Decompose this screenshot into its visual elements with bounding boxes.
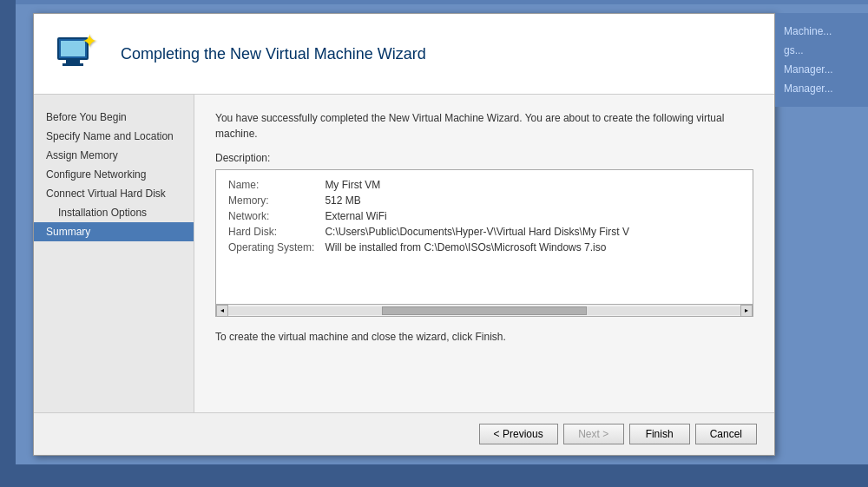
network-label: Network:: [223, 208, 319, 224]
wizard-header: ✦ Completing the New Virtual Machine Wiz…: [34, 14, 774, 95]
star-icon: ✦: [82, 30, 97, 53]
table-row-os: Operating System: Will be installed from…: [223, 240, 746, 255]
vm-details-table: Name: My First VM Memory: 512 MB Network…: [223, 177, 746, 255]
previous-button[interactable]: < Previous: [479, 424, 558, 444]
cancel-button[interactable]: Cancel: [695, 424, 757, 444]
hard-disk-label: Hard Disk:: [223, 224, 319, 240]
nav-item-connect-hard-disk[interactable]: Connect Virtual Hard Disk: [34, 184, 194, 203]
right-panel-item-manager2[interactable]: Manager...: [782, 79, 868, 98]
bottom-bar: [16, 464, 868, 487]
memory-label: Memory:: [223, 193, 319, 208]
os-label: Operating System:: [223, 240, 319, 255]
table-row-memory: Memory: 512 MB: [223, 193, 746, 208]
hard-disk-value: C:\Users\Public\Documents\Hyper-V\Virtua…: [319, 224, 746, 240]
table-row-hard-disk: Hard Disk: C:\Users\Public\Documents\Hyp…: [223, 224, 746, 240]
taskbar-left: [0, 0, 16, 487]
right-panel-item-gs[interactable]: gs...: [782, 41, 868, 60]
wizard-footer: < Previous Next > Finish Cancel: [34, 412, 774, 455]
scroll-track[interactable]: [228, 306, 740, 315]
scroll-left-arrow[interactable]: ◂: [216, 305, 228, 317]
scroll-thumb[interactable]: [382, 306, 587, 315]
nav-item-assign-memory[interactable]: Assign Memory: [34, 146, 194, 165]
name-value: My First VM: [319, 177, 746, 193]
intro-text: You have successfully completed the New …: [215, 110, 753, 141]
nav-item-summary[interactable]: Summary: [34, 222, 194, 241]
next-button: Next >: [563, 424, 624, 444]
wizard-icon: ✦: [51, 28, 103, 80]
nav-item-installation-options[interactable]: Installation Options: [34, 203, 194, 222]
nav-item-before-you-begin[interactable]: Before You Begin: [34, 108, 194, 127]
nav-item-configure-networking[interactable]: Configure Networking: [34, 165, 194, 184]
finish-button[interactable]: Finish: [629, 424, 690, 444]
wizard-nav: Before You Begin Specify Name and Locati…: [34, 95, 194, 412]
scroll-right-arrow[interactable]: ▸: [740, 305, 753, 317]
right-panel-item-manager1[interactable]: Manager...: [782, 60, 868, 79]
os-value: Will be installed from C:\Demo\ISOs\Micr…: [319, 240, 746, 255]
dialog-container: ✦ Completing the New Virtual Machine Wiz…: [16, 4, 868, 464]
table-row-network: Network: External WiFi: [223, 208, 746, 224]
table-row-name: Name: My First VM: [223, 177, 746, 193]
finish-text: To create the virtual machine and close …: [215, 331, 753, 343]
description-content: Name: My First VM Memory: 512 MB Network…: [216, 170, 753, 262]
description-label: Description:: [215, 152, 753, 164]
memory-value: 512 MB: [319, 193, 746, 208]
monitor-base: [62, 63, 83, 66]
network-value: External WiFi: [319, 208, 746, 224]
nav-item-specify-name[interactable]: Specify Name and Location: [34, 127, 194, 146]
right-panel: Machine... gs... Manager... Manager...: [775, 13, 868, 107]
computer-graphic: ✦: [54, 30, 102, 78]
right-panel-item-machine[interactable]: Machine...: [782, 22, 868, 41]
wizard-content: You have successfully completed the New …: [194, 95, 774, 412]
description-scroll-area[interactable]: Name: My First VM Memory: 512 MB Network…: [215, 169, 753, 317]
horizontal-scrollbar[interactable]: ◂ ▸: [216, 304, 753, 316]
wizard-body: Before You Begin Specify Name and Locati…: [34, 95, 774, 412]
wizard-title: Completing the New Virtual Machine Wizar…: [121, 45, 426, 63]
name-label: Name:: [223, 177, 319, 193]
main-area: ✦ Completing the New Virtual Machine Wiz…: [16, 0, 868, 487]
wizard-dialog: ✦ Completing the New Virtual Machine Wiz…: [33, 13, 775, 456]
